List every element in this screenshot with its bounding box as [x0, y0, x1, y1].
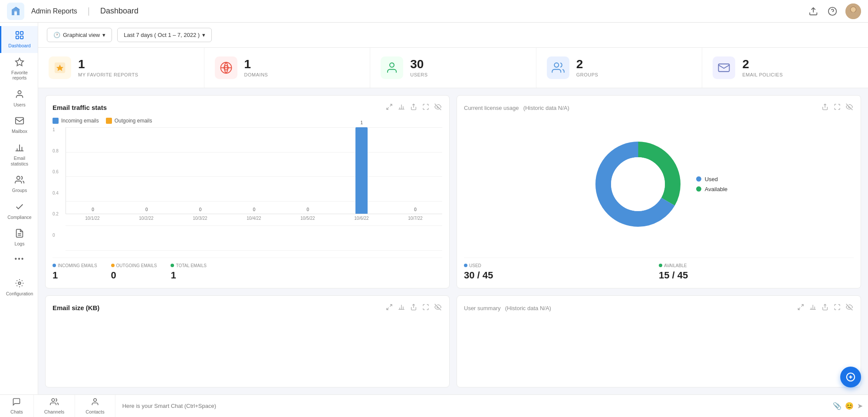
email-policies-stat-label: EMAIL POLICIES	[742, 72, 783, 77]
email-size-card: Email size (KB)	[45, 295, 450, 388]
logs-icon	[15, 228, 24, 239]
incoming-summary-value: 1	[53, 270, 97, 281]
more-icon: •••	[15, 255, 25, 262]
sidebar-item-compliance[interactable]: Compliance	[0, 198, 38, 225]
user-summary-actions	[796, 303, 854, 313]
avatar[interactable]	[845, 3, 861, 19]
sidebar-item-configuration[interactable]: Configuration	[0, 274, 38, 301]
used-stat: USED 30 / 45	[464, 263, 659, 281]
sidebar-item-favorite[interactable]: Favorite reports	[0, 53, 38, 85]
total-summary: TOTAL EMAILS 1	[171, 263, 206, 281]
sidebar-item-users[interactable]: Users	[0, 85, 38, 112]
smart-chat-area[interactable]	[115, 395, 828, 417]
help-icon[interactable]	[826, 5, 838, 17]
user-summary-fullscreen-icon[interactable]	[833, 303, 842, 313]
grid-line-6	[66, 250, 442, 251]
admin-reports-title: Admin Reports	[31, 7, 77, 15]
bar-chart-icon[interactable]	[397, 103, 406, 113]
fullscreen-icon[interactable]	[421, 103, 430, 113]
app-logo[interactable]	[7, 3, 24, 20]
graphical-view-dropdown[interactable]: 🕐 Graphical view ▾	[47, 28, 112, 42]
email-size-actions	[385, 303, 442, 313]
groups-stat-number: 2	[576, 58, 598, 70]
stats-row: 1 MY FAVORITE REPORTS 1 DOMAINS	[38, 48, 868, 88]
upload-icon[interactable]	[807, 5, 819, 17]
email-size-bar-icon[interactable]	[397, 303, 406, 313]
bar-group: 0	[388, 127, 442, 214]
sidebar-item-more[interactable]: ••• ···	[0, 251, 38, 274]
smart-chat-input[interactable]	[122, 403, 821, 409]
svg-point-10	[18, 91, 21, 94]
svg-point-19	[18, 282, 21, 285]
bar-value-label: 0	[307, 207, 309, 212]
sidebar-configuration-label: Configuration	[6, 291, 33, 297]
sidebar-item-mailbox[interactable]: Mailbox	[0, 112, 38, 139]
sidebar-dashboard-label: Dashboard	[8, 43, 30, 49]
stat-card-favorite[interactable]: 1 MY FAVORITE REPORTS	[38, 48, 204, 88]
sidebar-item-dashboard[interactable]: Dashboard	[0, 26, 38, 53]
bottom-send-icon[interactable]: ➤	[857, 402, 863, 410]
sidebar-item-groups[interactable]: Groups	[0, 171, 38, 198]
sidebar-email-statistics-label: Email statistics	[5, 156, 34, 166]
email-size-hide-icon[interactable]	[434, 303, 442, 313]
bar-group: 0	[174, 127, 227, 214]
bar-value-label: 0	[253, 207, 256, 212]
chats-tab-label: Chats	[10, 409, 23, 414]
available-legend-item: Available	[696, 186, 728, 192]
user-summary-bar-icon[interactable]	[809, 303, 817, 313]
email-policies-stat-info: 2 EMAIL POLICIES	[742, 58, 783, 77]
used-legend-item: Used	[696, 176, 728, 182]
date-range-dropdown[interactable]: Last 7 days ( Oct 1 – 7, 2022 ) ▾	[117, 28, 212, 42]
email-size-share-icon[interactable]	[409, 303, 418, 313]
available-stat-label: AVAILABLE	[659, 263, 854, 268]
license-fullscreen-icon[interactable]	[833, 103, 842, 113]
email-size-title: Email size (KB)	[53, 304, 99, 311]
header-icons	[807, 3, 861, 19]
sidebar-item-logs[interactable]: Logs	[0, 224, 38, 251]
channels-tab[interactable]: Channels	[34, 395, 75, 417]
domains-stat-icon	[215, 56, 237, 79]
user-summary-expand-icon[interactable]	[796, 303, 805, 313]
license-hide-icon[interactable]	[845, 103, 854, 113]
contacts-tab[interactable]: Contacts	[75, 395, 115, 417]
used-legend-dot	[696, 176, 701, 182]
date-range-chevron: ▾	[202, 32, 205, 38]
bar-group: 0	[227, 127, 281, 214]
available-stat-dot	[659, 264, 662, 267]
used-stat-value: 30 / 45	[464, 270, 659, 281]
users-icon	[15, 89, 24, 100]
share-icon[interactable]	[409, 103, 418, 113]
license-stats: USED 30 / 45 AVAILABLE 15 / 45	[464, 258, 854, 281]
svg-point-35	[611, 157, 665, 211]
stat-card-users[interactable]: 30 USERS	[370, 48, 536, 88]
x-axis-label: 10/3/22	[173, 216, 227, 221]
email-size-expand-icon[interactable]	[385, 303, 394, 313]
user-summary-share-icon[interactable]	[821, 303, 829, 313]
hide-icon[interactable]	[434, 103, 442, 113]
chats-tab[interactable]: Chats	[0, 395, 34, 417]
license-share-icon[interactable]	[821, 103, 829, 113]
favorite-stat-number: 1	[78, 58, 138, 70]
bottom-emoji-icon[interactable]: 😊	[845, 402, 854, 410]
content-area: 🕐 Graphical view ▾ Last 7 days ( Oct 1 –…	[38, 23, 868, 394]
bottom-attach-icon[interactable]: 📎	[833, 402, 842, 410]
domains-stat-number: 1	[244, 58, 268, 70]
graphical-view-chevron: ▾	[102, 32, 105, 38]
grid-line-5	[66, 225, 442, 226]
user-summary-hide-icon[interactable]	[845, 303, 854, 313]
expand-icon[interactable]	[385, 103, 394, 113]
email-size-fullscreen-icon[interactable]	[421, 303, 430, 313]
stat-card-groups[interactable]: 2 GROUPS	[536, 48, 703, 88]
fab-button[interactable]	[840, 367, 861, 387]
stat-card-email-policies[interactable]: 2 EMAIL POLICIES	[702, 48, 868, 88]
email-traffic-card: Email traffic stats	[45, 95, 450, 288]
x-axis-label: 10/6/22	[335, 216, 388, 221]
user-summary-placeholder	[464, 318, 854, 353]
sidebar-item-email-statistics[interactable]: Email statistics	[0, 139, 38, 171]
chats-tab-icon	[12, 397, 21, 408]
bottom-bar: Chats Channels Contacts 📎 😊 ➤	[0, 394, 868, 417]
incoming-legend-color	[53, 118, 59, 124]
total-summary-value: 1	[171, 270, 206, 281]
clock-icon: 🕐	[53, 32, 60, 38]
stat-card-domains[interactable]: 1 DOMAINS	[204, 48, 371, 88]
